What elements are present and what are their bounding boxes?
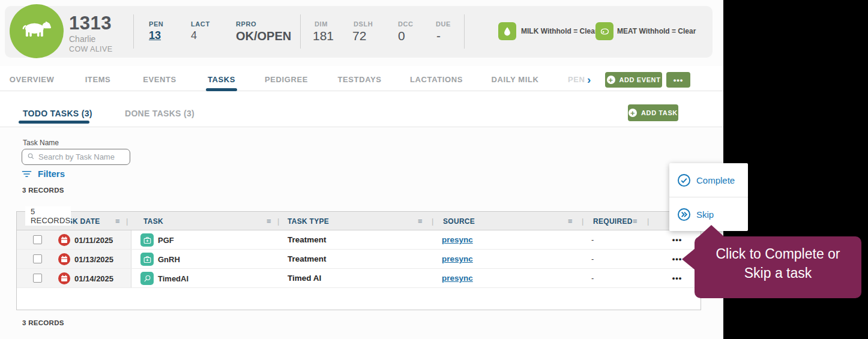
skip-chevrons-icon	[677, 208, 691, 221]
required-value: -	[591, 274, 594, 283]
tab-events[interactable]: EVENTS	[143, 75, 176, 84]
subtab-todo-tasks[interactable]: TODO TASKS (3)	[23, 109, 92, 118]
dim-label: DIM	[315, 20, 328, 28]
table-header-row: TASK DATE ≡ | TASK ≡ | TASK TYPE ≡ | SOU…	[17, 212, 701, 230]
task-date: 01/14/2025	[74, 274, 113, 283]
column-menu-icon[interactable]: ≡	[267, 217, 271, 226]
dslh-value: 72	[352, 29, 366, 43]
cow-icon	[19, 19, 54, 44]
timed-ai-task-icon	[140, 272, 154, 285]
milk-droplet-icon	[498, 22, 516, 40]
table-row: 01/11/2025 PGF Treatment presync - •••	[17, 230, 701, 250]
plus-icon: +	[628, 109, 637, 117]
filters-label: Filters	[38, 169, 65, 179]
tab-pen-overflow[interactable]: PEN	[568, 75, 585, 84]
menu-item-complete[interactable]: Complete	[669, 163, 748, 197]
meat-icon	[595, 22, 613, 40]
cow-avatar	[10, 4, 64, 58]
dcc-value: 0	[398, 29, 405, 43]
row-actions-menu: Complete Skip	[669, 163, 748, 231]
calendar-icon	[58, 272, 70, 284]
dcc-label: DCC	[398, 20, 414, 28]
row-actions-button[interactable]: •••	[668, 271, 686, 286]
task-search-box[interactable]	[22, 149, 130, 165]
tab-testdays[interactable]: TESTDAYS	[338, 75, 382, 84]
tooltip-text-line1: Click to Complete or	[695, 244, 861, 263]
records-count-bottom: 3 RECORDS	[22, 319, 64, 326]
pen-label: PEN	[149, 20, 163, 28]
col-task-type: TASK TYPE	[288, 217, 329, 226]
meat-withhold-label: MEAT Withhold = Clear	[617, 27, 696, 35]
source-link[interactable]: presync	[442, 274, 473, 283]
task-subtab-bar	[0, 91, 723, 127]
dim-value: 181	[313, 29, 334, 43]
task-name: PGF	[158, 236, 174, 245]
column-separator: |	[582, 217, 583, 226]
tab-daily-milk[interactable]: DAILY MILK	[492, 75, 539, 84]
task-date: 01/11/2025	[74, 236, 113, 245]
more-actions-button[interactable]: •••	[666, 72, 690, 88]
tab-lactations[interactable]: LACTATIONS	[410, 75, 463, 84]
row-checkbox[interactable]	[33, 254, 42, 263]
required-value: -	[591, 235, 594, 244]
column-menu-icon[interactable]: ≡	[633, 217, 637, 226]
task-type: Treatment	[288, 254, 327, 263]
column-separator: |	[647, 217, 649, 226]
task-type: Timed AI	[288, 274, 321, 283]
app-window: 1313 Charlie COW ALIVE PEN 13 LACT 4 RPR…	[0, 0, 868, 339]
required-value: -	[591, 254, 594, 263]
search-input[interactable]	[38, 152, 122, 161]
records-overlay: 5 RECORDS	[25, 206, 71, 226]
col-source: SOURCE	[443, 217, 475, 226]
cow-status: COW ALIVE	[69, 45, 112, 53]
task-name-label: Task Name	[23, 139, 59, 147]
tab-items[interactable]: ITEMS	[85, 75, 111, 84]
task-name: GnRH	[158, 255, 180, 264]
source-link[interactable]: presync	[442, 235, 473, 244]
tooltip-arrow-left	[682, 248, 695, 270]
header-divider	[133, 14, 134, 49]
task-date: 01/13/2025	[74, 255, 113, 264]
tooltip-text-line2: Skip a task	[695, 263, 861, 283]
annotation-tooltip: Click to Complete or Skip a task	[695, 236, 861, 298]
row-checkbox[interactable]	[33, 274, 42, 283]
column-menu-icon[interactable]: ≡	[115, 217, 120, 226]
source-link[interactable]: presync	[442, 254, 473, 263]
tab-overview[interactable]: OVERVIEW	[10, 75, 55, 84]
col-required: REQUIRED	[593, 217, 633, 226]
column-menu-icon[interactable]: ≡	[418, 217, 423, 226]
cow-name: Charlie	[69, 34, 95, 44]
column-separator: |	[277, 217, 279, 226]
dslh-label: DSLH	[354, 20, 373, 28]
column-separator: |	[432, 217, 433, 226]
pen-value-link[interactable]: 13	[149, 29, 161, 42]
treatment-task-icon	[140, 233, 154, 247]
lact-value: 4	[191, 29, 197, 42]
treatment-task-icon	[140, 253, 154, 266]
rpro-value: OK/OPEN	[236, 29, 291, 43]
column-separator: |	[126, 217, 128, 226]
column-menu-icon[interactable]: ≡	[568, 217, 573, 226]
milk-withhold-label: MILK Withhold = Clear	[521, 27, 598, 35]
header-divider	[300, 14, 301, 49]
tab-tasks[interactable]: TASKS	[208, 75, 235, 84]
due-label: DUE	[436, 20, 451, 28]
plus-icon: +	[607, 76, 615, 84]
table-row: 01/14/2025 TimedAI Timed AI presync - ••…	[17, 269, 701, 288]
filter-icon	[22, 170, 32, 178]
filters-toggle[interactable]: Filters	[22, 169, 65, 179]
calendar-icon	[58, 253, 70, 265]
header-divider	[464, 14, 465, 49]
tab-scroll-chevron-icon[interactable]: ›	[587, 73, 591, 86]
tasks-table: TASK DATE ≡ | TASK ≡ | TASK TYPE ≡ | SOU…	[16, 211, 701, 310]
row-checkbox[interactable]	[33, 235, 42, 244]
add-task-button[interactable]: + ADD TASK	[628, 104, 678, 121]
col-task: TASK	[143, 217, 163, 226]
active-subtab-underline	[19, 121, 89, 124]
subtab-done-tasks[interactable]: DONE TASKS (3)	[125, 109, 194, 118]
task-name: TimedAI	[158, 274, 188, 283]
add-event-button[interactable]: + ADD EVENT	[605, 72, 662, 88]
tab-pedigree[interactable]: PEDIGREE	[265, 75, 308, 84]
task-type: Treatment	[288, 235, 327, 244]
row-actions-button[interactable]: •••	[668, 232, 686, 248]
